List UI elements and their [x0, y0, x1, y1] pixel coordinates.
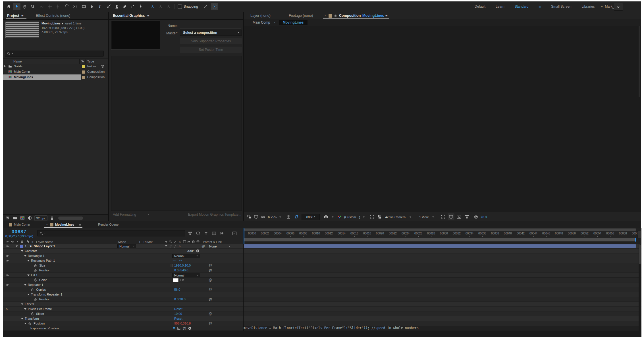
channel-setting-value[interactable]: (Custom…) [344, 215, 360, 219]
twirl-icon[interactable] [24, 255, 26, 257]
delete-icon[interactable] [50, 216, 54, 220]
project-panel-scrollbar[interactable] [58, 217, 83, 220]
label-color-swatch[interactable] [82, 76, 85, 79]
show-channel-icon[interactable] [337, 215, 342, 219]
twirl-icon[interactable] [21, 303, 23, 305]
property-row-rectangle-path-1[interactable]: Rectangle Path 1 [3, 258, 641, 263]
tab-project[interactable]: Project [7, 14, 19, 18]
path-direction-icon[interactable] [173, 259, 176, 263]
home-button[interactable] [5, 3, 13, 10]
new-folder-icon[interactable] [13, 216, 17, 220]
color-swatch[interactable] [173, 278, 178, 282]
property-value[interactable]: 956.0,310.8 [174, 322, 191, 325]
column-header-name[interactable]: Name [13, 60, 22, 63]
stopwatch-icon[interactable] [34, 269, 37, 272]
workspace-tab-small-screen[interactable]: Small Screen [551, 5, 571, 9]
property-row-pixels-per-frame[interactable]: fxPixels Per FrameReset [3, 307, 641, 311]
toggle-mask-path-visibility-icon[interactable] [294, 215, 299, 219]
transparency-grid-icon[interactable] [377, 215, 382, 219]
show-snapshot-icon[interactable] [331, 215, 335, 219]
hide-shy-layers-icon[interactable] [204, 231, 208, 236]
sync-settings-button[interactable] [614, 3, 623, 11]
exposure-value[interactable]: +0.0 [481, 215, 487, 219]
type-tool[interactable]: T [96, 3, 103, 10]
property-row-color[interactable]: Color@ [3, 278, 641, 282]
tab-footage-viewer[interactable]: Footage (none) [289, 14, 313, 18]
tab-effect-controls[interactable]: Effect Controls (none) [36, 14, 70, 18]
property-row-copies[interactable]: Copies56.0@ [3, 287, 641, 292]
stopwatch-icon[interactable] [28, 322, 32, 325]
current-time-display[interactable]: 00687 [12, 229, 26, 235]
video-column-icon[interactable] [5, 240, 9, 244]
twirl-icon[interactable] [21, 318, 23, 319]
channel-caret[interactable] [363, 217, 365, 218]
take-snapshot-icon[interactable] [324, 215, 328, 219]
solo-column-icon[interactable] [16, 240, 19, 244]
expander-icon[interactable] [4, 65, 6, 67]
tab-composition-name[interactable]: MovingLines [362, 14, 384, 18]
motion-blur-switch-icon[interactable] [187, 240, 191, 244]
layer-duration-bar[interactable] [244, 244, 636, 248]
column-header-type[interactable]: Type [87, 60, 94, 63]
property-row-slider[interactable]: Slider10.00@ [3, 311, 641, 316]
camera-view-value[interactable]: Active Camera [385, 215, 406, 219]
label-column-icon[interactable] [81, 60, 84, 63]
constrain-proportions-checkbox[interactable] [170, 264, 173, 267]
new-composition-icon[interactable] [20, 216, 25, 220]
pan-camera-tool[interactable] [46, 3, 53, 10]
selection-tool[interactable] [13, 3, 20, 10]
breadcrumb-current-comp[interactable]: MovingLines [279, 20, 308, 25]
pickwhip-icon[interactable]: @ [209, 263, 212, 267]
label-column-icon[interactable] [26, 240, 30, 243]
close-tab-icon[interactable]: × [46, 223, 48, 226]
group-blend-mode-dropdown[interactable]: Normal [172, 273, 200, 277]
view-count-caret[interactable] [432, 217, 434, 218]
timeline-panel-icon[interactable] [457, 215, 461, 219]
workspace-tab-default[interactable]: Default [475, 5, 485, 9]
project-color-settings-icon[interactable] [28, 216, 32, 220]
workspace-tab-learn[interactable]: Learn [496, 5, 504, 9]
timeline-divider[interactable] [243, 228, 244, 337]
solo-supported-properties-button[interactable]: Solo Supported Properties [180, 38, 242, 44]
property-row-rectangle-1[interactable]: Rectangle 1Normal [3, 253, 641, 258]
time-navigator-bar[interactable] [244, 228, 636, 231]
puppet-pin-tool[interactable] [137, 3, 144, 10]
lock-icon[interactable] [334, 14, 337, 17]
export-motion-graphics-template-button[interactable]: Export Motion Graphics Template... [171, 213, 241, 217]
clone-stamp-tool[interactable] [113, 3, 121, 10]
property-value[interactable]: 56.0 [174, 288, 180, 291]
property-row-contents[interactable]: ContentsAdd: [3, 249, 641, 253]
layer-collapse-switch[interactable] [169, 244, 173, 248]
project-panel-menu-icon[interactable]: ≡ [21, 13, 24, 18]
viewer-scrollbar[interactable] [639, 26, 640, 97]
view-count-value[interactable]: 1 View [419, 215, 429, 219]
breadcrumb-parent-comp[interactable]: Main Comp [253, 20, 270, 24]
property-visibility-eye-icon[interactable] [5, 259, 9, 263]
project-row-movinglines[interactable]: MovingLinesComposition [3, 74, 108, 80]
magnification-caret[interactable] [279, 217, 281, 218]
add-menu-icon[interactable] [196, 249, 200, 253]
layer-row-shape-layer-1[interactable]: 1 ★ Shape Layer 1 Normal fx @ None [3, 244, 641, 249]
adjustment-layer-switch-icon[interactable] [192, 240, 195, 244]
workspace-tab-standard[interactable]: Standard [515, 5, 529, 9]
property-visibility-eye-icon[interactable] [5, 283, 9, 287]
property-value[interactable]: 1920.0,10.0 [174, 264, 191, 267]
work-area-bar[interactable] [244, 238, 636, 242]
project-row-solids[interactable]: SolidsFolder [3, 64, 108, 69]
set-poster-time-button[interactable]: Set Poster Time [180, 47, 242, 53]
column-header-parent-link[interactable]: Parent & Link [203, 240, 222, 244]
timeline-tab-main-comp[interactable]: Main Comp [9, 221, 40, 228]
project-item-name[interactable]: MovingLines [41, 22, 61, 25]
property-row-position[interactable]: Position0.0,-540.0@ [3, 268, 641, 273]
world-axis-mode-button[interactable] [157, 3, 164, 10]
property-row-fill-1[interactable]: Fill 1Normal [3, 273, 641, 278]
property-row-transform-repeater-1[interactable]: Transform: Repeater 1 [3, 292, 641, 297]
twirl-icon[interactable] [27, 294, 30, 295]
current-time-indicator[interactable] [244, 228, 244, 244]
layer-visibility-eye-icon[interactable] [5, 244, 9, 248]
timeline-tab-render-queue[interactable]: Render Queue [98, 221, 129, 228]
dolly-camera-tool[interactable] [54, 3, 61, 10]
audio-column-icon[interactable] [11, 240, 14, 244]
property-visibility-eye-icon[interactable] [5, 273, 9, 277]
roto-brush-tool[interactable] [129, 3, 136, 10]
